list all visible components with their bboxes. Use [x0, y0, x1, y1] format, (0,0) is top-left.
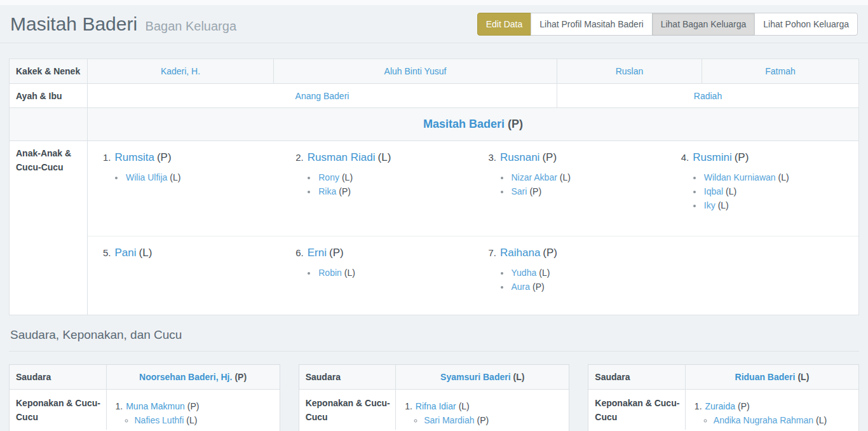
nephew-number: 1. [405, 401, 412, 411]
child-gender: (L) [378, 151, 391, 163]
nephews-label: Keponakan & Cucu-Cucu [588, 389, 685, 430]
grandchild-link[interactable]: Iqbal [704, 186, 723, 196]
child-link[interactable]: Rumsita [115, 151, 154, 163]
sibling-name-cell: Riduan Baderi(L) [685, 365, 858, 389]
child-cell-empty [666, 236, 858, 315]
grandchild-link[interactable]: Yudha [512, 268, 537, 278]
grandchildren-list: Yudha(L) Aura(P) [510, 266, 661, 294]
grandchildren-list: Nizar Akbar(L) Sari(P) [510, 170, 661, 198]
child-link[interactable]: Rusmini [693, 151, 731, 163]
nephews-label: Keponakan & Cucu-Cucu [10, 389, 106, 430]
grandchildren-list: Wilia Ulfija(L) [125, 170, 275, 184]
grandchild-gender: (L) [560, 172, 571, 182]
grandchild-gender: (L) [726, 186, 736, 196]
grandparent-link[interactable]: Aluh Binti Yusuf [384, 66, 447, 76]
nephew-kid-link[interactable]: Sari Mardiah [424, 415, 474, 425]
nephew-gender: (L) [459, 401, 470, 411]
nephew-number: 1. [116, 401, 123, 411]
parent-link[interactable]: Radiah [694, 91, 722, 101]
grandchild-link[interactable]: Wildan Kurniawan [704, 172, 776, 182]
sibling-card: Saudara Syamsuri Baderi(L) Keponakan & C… [299, 364, 570, 431]
parent-link[interactable]: Anang Baderi [295, 91, 349, 101]
grandparent-link[interactable]: Ruslan [616, 66, 644, 76]
child-gender: (P) [735, 151, 749, 163]
child-link[interactable]: Rusnani [500, 151, 539, 163]
self-row: Masitah Baderi(P) [10, 108, 859, 141]
child-number: 4. [681, 152, 689, 163]
parents-row: Ayah & Ibu Anang Baderi Radiah [10, 84, 859, 108]
children-label: Anak-Anak & Cucu-Cucu [10, 141, 88, 315]
grandchild-link[interactable]: Rika [318, 186, 336, 196]
child-number: 7. [489, 247, 497, 258]
child-heading: 6.Erni(P) [295, 247, 468, 259]
child-cell: 5.Pani(L) [88, 236, 280, 315]
nephews-cell: 1.Rifna Idiar(L) Sari Mardiah(P) [396, 389, 569, 430]
top-strip [0, 0, 868, 5]
nephew-number: 1. [695, 401, 702, 411]
children-grid: 1.Rumsita(P) Wilia Ulfija(L) 2.Rusman Ri… [88, 141, 858, 315]
grandparent-cell: Ruslan [557, 59, 702, 84]
view-tree-button[interactable]: Lihat Pohon Keluarga [754, 13, 858, 36]
sibling-label: Saudara [10, 365, 106, 389]
grandparent-link[interactable]: Fatmah [765, 66, 795, 76]
nephew-gender: (P) [738, 401, 750, 411]
grandchild-item: Wildan Kurniawan(L) [703, 170, 853, 184]
edit-data-button[interactable]: Edit Data [477, 13, 532, 36]
child-link[interactable]: Erni [308, 247, 327, 259]
self-label-empty [10, 108, 88, 141]
nephew-block: 1.Zuraida(P) Andika Nugraha Rahman(L) [691, 396, 853, 427]
grandparent-link[interactable]: Kaderi, H. [161, 66, 200, 76]
grandchild-item: Iqbal(L) [703, 184, 853, 198]
nephew-kid-link[interactable]: Nafies Luthfi [135, 415, 184, 425]
child-gender: (L) [139, 247, 153, 259]
child-cell: 4.Rusmini(P) Wildan Kurniawan(L) Iqbal(L… [666, 141, 858, 236]
sibling-name-cell: Noorsehan Baderi, Hj.(P) [106, 365, 280, 389]
grandparent-cell: Fatmah [702, 59, 859, 84]
child-link[interactable]: Raihana [500, 247, 540, 259]
nephew-kids-list: Nafies Luthfi(L) [135, 413, 275, 427]
page-title: Masitah Baderi [10, 13, 137, 34]
grandchild-link[interactable]: Aura [512, 282, 531, 292]
grandchild-link[interactable]: Wilia Ulfija [126, 172, 167, 182]
grandchild-item: Yudha(L) [510, 266, 661, 280]
view-profile-button[interactable]: Lihat Profil Masitah Baderi [531, 13, 652, 36]
sibling-gender: (P) [234, 372, 247, 382]
nephews-row: Keponakan & Cucu-Cucu 1.Rifna Idiar(L) S… [299, 389, 569, 430]
child-link[interactable]: Pani [115, 247, 137, 259]
grandchild-item: Rika(P) [317, 184, 468, 198]
child-number: 5. [103, 247, 111, 258]
child-number: 1. [103, 152, 111, 163]
nephew-heading: 1.Rifna Idiar(L) [405, 401, 564, 411]
siblings-section-title: Saudara, Keponakan, dan Cucu [9, 324, 859, 352]
nephew-link[interactable]: Rifna Idiar [416, 401, 456, 411]
children-cell: 1.Rumsita(P) Wilia Ulfija(L) 2.Rusman Ri… [88, 141, 859, 315]
child-heading: 2.Rusman Riadi(L) [295, 151, 468, 164]
child-cell: 1.Rumsita(P) Wilia Ulfija(L) [88, 141, 280, 236]
child-link[interactable]: Rusman Riadi [308, 151, 376, 163]
grandchild-link[interactable]: Nizar Akbar [512, 172, 557, 182]
nephew-link[interactable]: Muna Makmun [126, 401, 185, 411]
sibling-link[interactable]: Syamsuri Baderi [440, 372, 511, 382]
sibling-link[interactable]: Noorsehan Baderi, Hj. [139, 372, 232, 382]
grandchild-link[interactable]: Robin [318, 268, 342, 278]
sibling-gender: (L) [797, 372, 809, 382]
grandchild-item: Nizar Akbar(L) [510, 170, 661, 184]
nephew-link[interactable]: Zuraida [705, 401, 735, 411]
nephew-kid-item: Sari Mardiah(P) [424, 413, 564, 427]
grandchild-link[interactable]: Rony [318, 172, 339, 182]
nephew-kid-link[interactable]: Andika Nugraha Rahman [714, 415, 813, 425]
self-name-link[interactable]: Masitah Baderi [423, 118, 505, 130]
grandchild-link[interactable]: Iky [704, 200, 715, 210]
grandparents-label: Kakek & Nenek [10, 59, 88, 84]
grandchild-link[interactable]: Sari [512, 186, 527, 196]
sibling-link[interactable]: Riduan Baderi [735, 372, 796, 382]
child-heading: 3.Rusnani(P) [489, 151, 661, 164]
child-gender: (P) [157, 151, 172, 163]
grandparent-cell: Aluh Binti Yusuf [274, 59, 557, 84]
sibling-name-cell: Syamsuri Baderi(L) [396, 365, 569, 389]
view-chart-button[interactable]: Lihat Bagan Keluarga [652, 13, 756, 36]
grandparent-cell: Kaderi, H. [88, 59, 274, 84]
child-heading: 1.Rumsita(P) [103, 151, 275, 164]
grandchildren-list: Wildan Kurniawan(L) Iqbal(L) Iky(L) [703, 170, 853, 212]
child-heading: 4.Rusmini(P) [681, 151, 853, 164]
